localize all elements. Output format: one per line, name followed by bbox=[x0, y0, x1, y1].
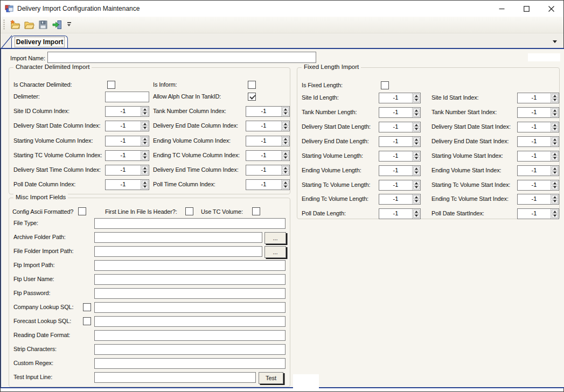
spin-up-icon[interactable] bbox=[282, 137, 289, 141]
spin-up-icon[interactable] bbox=[552, 94, 558, 98]
file-folder-import-path-browse-button[interactable]: ... bbox=[264, 246, 286, 258]
config-ascii-formatted-checkbox[interactable] bbox=[78, 207, 86, 215]
spin-up-icon[interactable] bbox=[142, 137, 148, 141]
open-folder-button[interactable] bbox=[22, 18, 36, 32]
spin-down-icon[interactable] bbox=[142, 156, 148, 160]
spin-up-icon[interactable] bbox=[282, 166, 289, 170]
strip-characters-input[interactable] bbox=[94, 344, 286, 355]
tab-delivery-import[interactable]: Delivery Import bbox=[11, 36, 68, 48]
spin-up-icon[interactable] bbox=[552, 123, 558, 127]
starting-volume-start-index-spinner[interactable]: -1 bbox=[517, 151, 559, 162]
is-character-delimited-checkbox[interactable] bbox=[107, 81, 115, 89]
spin-up-icon[interactable] bbox=[413, 195, 420, 199]
delivery-end-date-length-spinner[interactable]: -1 bbox=[379, 136, 421, 147]
spin-down-icon[interactable] bbox=[142, 112, 148, 116]
import-name-input[interactable] bbox=[47, 52, 316, 63]
ending-volume-start-index-spinner[interactable]: -1 bbox=[517, 165, 559, 176]
spin-down-icon[interactable] bbox=[413, 113, 420, 117]
company-lookup-sql-input[interactable] bbox=[94, 302, 286, 313]
spin-down-icon[interactable] bbox=[413, 128, 420, 132]
spin-up-icon[interactable] bbox=[282, 151, 289, 156]
spin-down-icon[interactable] bbox=[413, 186, 420, 190]
starting-tc-volume-start-index-spinner[interactable]: -1 bbox=[517, 180, 559, 191]
ending-tc-volume-start-index-spinner[interactable]: -1 bbox=[517, 194, 559, 205]
site-id-start-index-spinner[interactable]: -1 bbox=[517, 93, 559, 103]
delivery-start-date-column-index-spinner[interactable]: -1 bbox=[105, 121, 149, 131]
spin-up-icon[interactable] bbox=[552, 209, 558, 214]
starting-volume-length-spinner[interactable]: -1 bbox=[379, 151, 421, 162]
spin-down-icon[interactable] bbox=[413, 157, 420, 161]
spin-down-icon[interactable] bbox=[142, 185, 148, 190]
spin-up-icon[interactable] bbox=[552, 195, 558, 199]
archive-folder-path-browse-button[interactable]: ... bbox=[264, 232, 286, 244]
spin-down-icon[interactable] bbox=[282, 112, 289, 116]
spin-up-icon[interactable] bbox=[413, 166, 420, 171]
forecast-lookup-sql-input[interactable] bbox=[94, 316, 286, 327]
ending-volume-column-index-spinner[interactable]: -1 bbox=[246, 136, 290, 146]
spin-down-icon[interactable] bbox=[282, 127, 289, 131]
spin-down-icon[interactable] bbox=[413, 214, 420, 219]
spin-up-icon[interactable] bbox=[552, 137, 558, 142]
spin-down-icon[interactable] bbox=[142, 127, 148, 131]
spin-up-icon[interactable] bbox=[413, 152, 420, 156]
spin-up-icon[interactable] bbox=[552, 181, 558, 185]
tank-number-column-index-spinner[interactable]: -1 bbox=[246, 106, 290, 117]
ftp-user-name-input[interactable] bbox=[94, 274, 286, 285]
starting-volume-column-index-spinner[interactable]: -1 bbox=[105, 136, 149, 146]
close-button[interactable] bbox=[539, 1, 563, 17]
spin-down-icon[interactable] bbox=[552, 214, 558, 219]
first-line-in-file-is-header-checkbox[interactable] bbox=[185, 207, 193, 215]
spin-up-icon[interactable] bbox=[413, 123, 420, 127]
site-id-length-spinner[interactable]: -1 bbox=[379, 93, 421, 103]
delimeter-input[interactable] bbox=[105, 92, 149, 102]
spin-up-icon[interactable] bbox=[413, 181, 420, 185]
spin-down-icon[interactable] bbox=[552, 113, 558, 117]
tank-number-start-index-spinner[interactable]: -1 bbox=[517, 107, 559, 118]
poll-date-length-spinner[interactable]: -1 bbox=[379, 208, 421, 219]
spin-up-icon[interactable] bbox=[142, 107, 148, 111]
spin-down-icon[interactable] bbox=[413, 171, 420, 176]
delivery-end-time-column-index-spinner[interactable]: -1 bbox=[246, 165, 290, 176]
spin-up-icon[interactable] bbox=[282, 180, 289, 185]
spin-up-icon[interactable] bbox=[282, 122, 289, 126]
toolbar-overflow-icon[interactable] bbox=[65, 19, 73, 31]
forecast-lookup-sql-checkbox[interactable] bbox=[83, 317, 91, 325]
spin-up-icon[interactable] bbox=[552, 152, 558, 156]
company-lookup-sql-checkbox[interactable] bbox=[83, 303, 91, 311]
starting-tc-volume-length-spinner[interactable]: -1 bbox=[379, 180, 421, 191]
spin-up-icon[interactable] bbox=[552, 166, 558, 171]
spin-up-icon[interactable] bbox=[413, 108, 420, 113]
spin-down-icon[interactable] bbox=[282, 142, 289, 146]
spin-down-icon[interactable] bbox=[552, 157, 558, 161]
poll-date-startindex-spinner[interactable]: -1 bbox=[517, 208, 559, 219]
ending-tc-volume-length-spinner[interactable]: -1 bbox=[379, 194, 421, 205]
spin-down-icon[interactable] bbox=[552, 186, 558, 190]
spin-down-icon[interactable] bbox=[552, 99, 558, 103]
save-button[interactable] bbox=[36, 18, 50, 32]
archive-folder-path-input[interactable] bbox=[94, 232, 262, 243]
delivery-end-date-start-index-spinner[interactable]: -1 bbox=[517, 136, 559, 147]
spin-up-icon[interactable] bbox=[282, 107, 289, 111]
spin-down-icon[interactable] bbox=[282, 171, 289, 175]
ending-tc-volume-column-index-spinner[interactable]: -1 bbox=[246, 150, 290, 161]
file-type-input[interactable] bbox=[94, 218, 286, 229]
delivery-start-time-column-index-spinner[interactable]: -1 bbox=[105, 165, 149, 176]
spin-down-icon[interactable] bbox=[413, 142, 420, 146]
spin-up-icon[interactable] bbox=[413, 94, 420, 98]
spin-down-icon[interactable] bbox=[282, 185, 289, 190]
ending-volume-length-spinner[interactable]: -1 bbox=[379, 165, 421, 176]
test-input-line-input[interactable] bbox=[94, 372, 256, 383]
is-inform-checkbox[interactable] bbox=[248, 81, 256, 89]
is-fixed-length-checkbox[interactable] bbox=[381, 81, 389, 89]
minimize-button[interactable] bbox=[489, 1, 514, 17]
site-id-column-index-spinner[interactable]: -1 bbox=[105, 106, 149, 117]
spin-up-icon[interactable] bbox=[552, 108, 558, 113]
spin-down-icon[interactable] bbox=[552, 142, 558, 146]
open-config-folder-button[interactable] bbox=[8, 18, 22, 32]
starting-tc-volume-column-index-spinner[interactable]: -1 bbox=[105, 150, 149, 161]
allow-alph-char-in-tankid-checkbox[interactable] bbox=[248, 93, 256, 101]
use-tc-volume-checkbox[interactable] bbox=[252, 207, 260, 215]
tank-number-length-spinner[interactable]: -1 bbox=[379, 107, 421, 118]
spin-down-icon[interactable] bbox=[142, 171, 148, 175]
spin-up-icon[interactable] bbox=[142, 166, 148, 170]
